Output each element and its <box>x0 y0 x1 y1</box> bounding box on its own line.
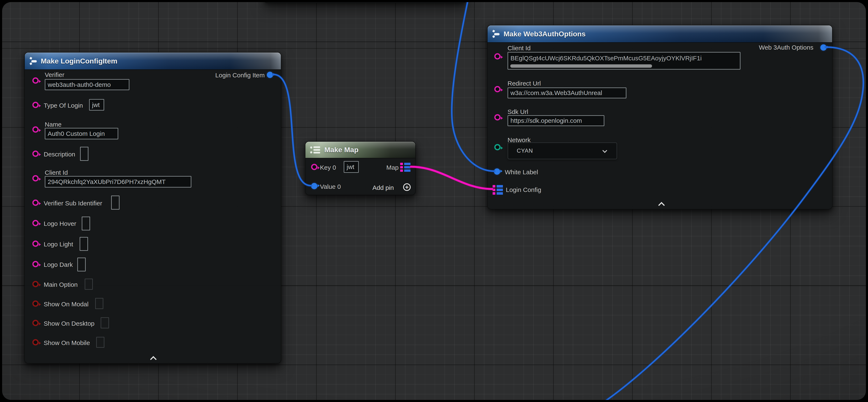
make-struct-icon <box>492 29 500 39</box>
pin-logo-dark[interactable] <box>32 261 39 267</box>
node-header-make-loginconfigitem[interactable]: Make LoginConfigItem <box>25 53 281 70</box>
pin-logo-light[interactable] <box>32 240 39 247</box>
network-selected-value: CYAN <box>517 148 533 154</box>
pin-logo-hover[interactable] <box>32 220 39 226</box>
pin-redirect-url[interactable] <box>494 86 501 92</box>
key-0-input[interactable]: jwt <box>344 161 359 173</box>
node-make-web3authoptions[interactable]: Make Web3AuthOptions Client Id BEglQSgt4… <box>487 25 833 209</box>
logo-light-input[interactable] <box>80 237 88 251</box>
pin-map-output[interactable] <box>400 163 410 172</box>
logo-dark-input[interactable] <box>77 258 86 271</box>
pin-web3auth-options-output[interactable] <box>820 45 827 51</box>
pin-show-on-desktop[interactable] <box>32 320 39 326</box>
client-id-input[interactable]: BEglQSgt4cUWcj6SKRdu5QkOXTsePmMcusG5EAoy… <box>507 52 741 69</box>
pin-login-config[interactable] <box>493 185 503 195</box>
logo-dark-label: Logo Dark <box>44 261 73 268</box>
pin-network[interactable] <box>494 144 501 150</box>
client-id-label: Client Id <box>507 45 531 52</box>
make-map-icon <box>310 145 320 155</box>
node-title: Make Web3AuthOptions <box>503 30 585 38</box>
node-header-make-map[interactable]: Make Map <box>305 142 415 158</box>
pin-verifier[interactable] <box>32 77 39 84</box>
logo-hover-input[interactable] <box>82 217 90 230</box>
verifier-sub-identifier-label: Verifier Sub Identifier <box>44 200 102 207</box>
sdk-url-input[interactable]: https://sdk.openlogin.com <box>507 115 604 126</box>
show-on-mobile-label: Show On Mobile <box>44 340 90 346</box>
map-output-label: Map <box>386 164 399 171</box>
show-on-modal-checkbox[interactable] <box>95 298 103 309</box>
show-on-modal-label: Show On Modal <box>44 301 88 308</box>
node-header-make-web3authoptions[interactable]: Make Web3AuthOptions <box>488 25 832 43</box>
name-label: Name <box>45 121 62 128</box>
screenshot-frame: Make LoginConfigItem Verifier web3auth-a… <box>0 0 868 402</box>
pin-value-0[interactable] <box>311 183 317 189</box>
offscreen-node-top[interactable] <box>264 2 467 3</box>
redirect-url-label: Redirect Url <box>507 80 541 87</box>
description-input[interactable] <box>80 147 88 161</box>
login-config-label: Login Config <box>506 186 541 193</box>
node-title: Make LoginConfigItem <box>41 57 117 65</box>
pin-login-config-item-output[interactable] <box>267 72 273 78</box>
show-on-mobile-checkbox[interactable] <box>96 337 104 348</box>
key-0-label: Key 0 <box>320 164 336 171</box>
client-id-scrollbar[interactable] <box>510 64 652 68</box>
node-make-loginconfigitem[interactable]: Make LoginConfigItem Verifier web3auth-a… <box>24 52 281 364</box>
node-make-map[interactable]: Make Map Key 0 jwt Map Value 0 Add pin + <box>305 141 416 195</box>
add-pin-label: Add pin <box>372 184 394 191</box>
type-of-login-input[interactable]: jwt <box>89 99 104 111</box>
pin-type-of-login[interactable] <box>32 102 39 108</box>
main-option-label: Main Option <box>44 281 78 288</box>
pin-white-label[interactable] <box>494 168 500 175</box>
main-option-checkbox[interactable] <box>85 279 93 290</box>
verifier-sub-identifier-input[interactable] <box>111 196 120 210</box>
pin-sdk-url[interactable] <box>494 114 501 120</box>
collapse-node-button[interactable] <box>150 355 156 362</box>
verifier-label: Verifier <box>45 71 64 78</box>
show-on-desktop-label: Show On Desktop <box>44 320 95 327</box>
sdk-url-label: Sdk Url <box>507 109 528 115</box>
pin-main-option[interactable] <box>32 281 39 287</box>
node-title: Make Map <box>324 146 359 154</box>
add-pin-button[interactable]: + <box>403 183 411 191</box>
output-label-login-config-item: Login Config Item <box>215 72 265 79</box>
logo-light-label: Logo Light <box>44 241 73 248</box>
chevron-down-icon <box>602 148 607 153</box>
pin-key-0[interactable] <box>311 164 317 170</box>
name-input[interactable]: Auth0 Custom Login <box>45 128 118 139</box>
pin-client-id[interactable] <box>494 53 501 59</box>
client-id-value: BEglQSgt4cUWcj6SKRdu5QkOXTsePmMcusG5EAoy… <box>510 55 702 62</box>
pin-verifier-sub-identifier[interactable] <box>32 200 39 206</box>
show-on-desktop-checkbox[interactable] <box>101 317 109 328</box>
value-0-label: Value 0 <box>320 183 341 190</box>
type-of-login-label: Type Of Login <box>44 102 83 109</box>
verifier-input[interactable]: web3auth-auth0-demo <box>45 79 129 90</box>
pin-description[interactable] <box>32 150 39 157</box>
blueprint-viewport[interactable]: Make LoginConfigItem Verifier web3auth-a… <box>2 2 866 400</box>
redirect-url-input[interactable]: w3a://com.w3a.Web3AuthUnreal <box>507 87 626 98</box>
collapse-node-button[interactable] <box>658 201 665 207</box>
output-label-web3auth-options: Web 3Auth Options <box>759 44 813 51</box>
description-label: Description <box>44 151 75 158</box>
make-struct-icon <box>29 56 37 66</box>
logo-hover-label: Logo Hover <box>44 220 76 227</box>
pin-name[interactable] <box>32 126 39 133</box>
client-id-label: Client Id <box>45 169 68 176</box>
wire-map-to-loginconfig-halo <box>411 167 492 189</box>
pin-show-on-modal[interactable] <box>32 300 39 307</box>
wire-map-to-loginconfig[interactable] <box>411 167 492 189</box>
pin-show-on-mobile[interactable] <box>32 339 39 345</box>
pin-client-id[interactable] <box>32 175 39 181</box>
graph-canvas[interactable]: Make LoginConfigItem Verifier web3auth-a… <box>2 2 866 400</box>
client-id-input[interactable]: 294QRkchfq2YaXUbPri7D6PH7xzHgQMT <box>45 176 191 188</box>
network-dropdown[interactable]: CYAN <box>507 142 617 160</box>
white-label-label: White Label <box>505 169 538 176</box>
